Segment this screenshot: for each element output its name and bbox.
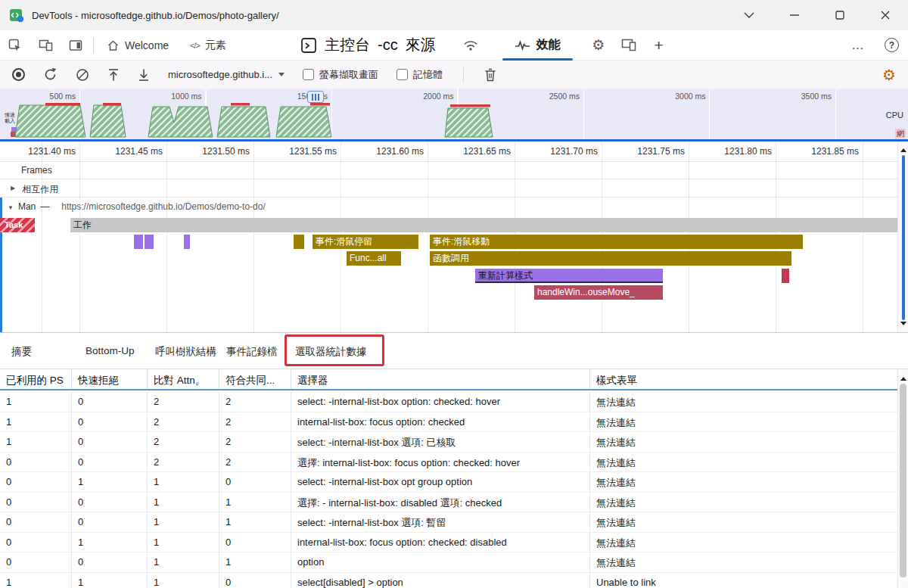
flame-bar-style-small[interactable] bbox=[134, 235, 143, 249]
col-elapsed[interactable]: 已利用的 PS bbox=[0, 369, 72, 389]
screenshots-checkbox[interactable] bbox=[303, 69, 314, 80]
maximize-button[interactable] bbox=[817, 0, 863, 30]
flame-bar-function-call[interactable]: 函數調用 bbox=[430, 251, 791, 266]
more-menu-button[interactable]: … bbox=[851, 38, 865, 53]
interactions-track[interactable]: ▶ 相互作用 bbox=[0, 179, 908, 198]
flame-bar-event-hover[interactable]: 事件:滑鼠停留 bbox=[313, 235, 418, 249]
highlight-annotation-box bbox=[285, 334, 384, 366]
window-menu-button[interactable] bbox=[726, 0, 772, 30]
table-row[interactable]: 1 0 2 2 select: -internal-list-box optio… bbox=[0, 392, 897, 412]
code-brackets-icon: </> bbox=[190, 41, 200, 50]
delete-recording-button[interactable] bbox=[484, 68, 496, 82]
cell-match-attempts: 1 bbox=[148, 493, 219, 512]
col-match-attempts[interactable]: 比對 Attn。 bbox=[148, 369, 219, 389]
clear-button[interactable] bbox=[76, 68, 89, 82]
reload-record-button[interactable] bbox=[43, 67, 58, 82]
col-match-count[interactable]: 符合共同... bbox=[219, 369, 291, 389]
expand-down-icon[interactable]: ▼ bbox=[8, 203, 14, 211]
tab-call-tree[interactable]: 呼叫樹狀結構 bbox=[155, 345, 216, 359]
flame-bar-event-move[interactable]: 事件:滑鼠移動 bbox=[430, 235, 803, 249]
device-emulation-button[interactable] bbox=[30, 30, 61, 61]
download-profile-button[interactable] bbox=[138, 68, 150, 82]
inspect-element-button[interactable] bbox=[0, 30, 30, 61]
tab-elements[interactable]: </> 元素 bbox=[179, 30, 237, 61]
cell-stylesheet: 無法連結 bbox=[590, 412, 897, 432]
frames-track-label: Frames bbox=[21, 165, 52, 176]
table-row[interactable]: 0 0 1 1 option 無法連結 bbox=[0, 552, 897, 573]
tab-summary[interactable]: 摘要 bbox=[11, 345, 32, 359]
cell-match-attempts: 1 bbox=[148, 573, 219, 588]
table-row[interactable]: 0 0 2 2 選擇: internal-list-box: focus opt… bbox=[0, 453, 897, 473]
upload-profile-button[interactable] bbox=[107, 68, 120, 82]
cell-elapsed: 0 bbox=[0, 493, 72, 512]
col-stylesheet[interactable]: 樣式表單 bbox=[590, 369, 897, 389]
new-tab-button[interactable]: + bbox=[644, 30, 674, 61]
stats-table-header[interactable]: 已利用的 PS 快速拒絕 比對 Attn。 符合共同... 選擇器 樣式表單 bbox=[0, 369, 897, 390]
memory-toggle[interactable]: 記憶體 bbox=[396, 68, 443, 82]
tab-sources-label[interactable]: 來源 bbox=[406, 35, 436, 55]
memory-checkbox[interactable] bbox=[396, 69, 408, 80]
flame-scrollbar[interactable] bbox=[897, 142, 908, 332]
device-toolbar-button[interactable] bbox=[614, 30, 644, 61]
table-row[interactable]: 1 1 1 0 select[disabled] > option Unable… bbox=[0, 573, 897, 588]
inspect-cursor-icon bbox=[8, 39, 22, 52]
minimize-button[interactable] bbox=[772, 0, 817, 30]
table-row[interactable]: 0 0 1 1 select: -internal-list-box 選項: 暫… bbox=[0, 512, 897, 533]
table-row[interactable]: 1 0 2 2 internal-list-box: focus option:… bbox=[0, 412, 897, 433]
screenshots-toggle[interactable]: 螢幕擷取畫面 bbox=[303, 68, 378, 82]
table-row[interactable]: 1 0 2 2 select: -internal-list-box 選項: 已… bbox=[0, 432, 897, 453]
cell-elapsed: 1 bbox=[0, 412, 72, 432]
tab-network-button[interactable] bbox=[456, 30, 486, 61]
scroll-down-icon[interactable] bbox=[900, 322, 906, 328]
flame-bar-function-call-short[interactable]: Func...all bbox=[347, 251, 401, 266]
capture-settings-button[interactable]: ⚙ bbox=[882, 67, 896, 82]
cell-fast-reject: 0 bbox=[72, 512, 148, 532]
cell-match-count: 2 bbox=[219, 412, 291, 432]
overview-range-handle[interactable] bbox=[307, 91, 324, 103]
flame-bar-style-small[interactable] bbox=[145, 235, 154, 249]
expand-right-icon[interactable]: ▶ bbox=[11, 183, 15, 197]
main-thread-track[interactable]: ▼ Man — https://microsoftedge.github.io/… bbox=[0, 198, 908, 332]
close-button[interactable] bbox=[863, 0, 908, 30]
tab-performance[interactable]: 效能 bbox=[498, 30, 577, 61]
ruler-time-label: 1231.50 ms bbox=[165, 146, 252, 161]
flame-bar-label: 事件:滑鼠停留 bbox=[316, 236, 372, 247]
timeline-overview[interactable]: 500 ms1000 ms1500 ms2000 ms2500 ms3000 m… bbox=[0, 89, 908, 139]
scrollbar-thumb[interactable] bbox=[900, 384, 906, 577]
flame-bar-handler[interactable]: handleWin...ouseMove_ bbox=[534, 285, 663, 300]
ruler-time-label: 1231.45 ms bbox=[78, 146, 165, 161]
table-row[interactable]: 0 1 1 0 select: -internal-list-box opt g… bbox=[0, 472, 897, 493]
profile-target-dropdown[interactable]: microsoftedge.github.i... bbox=[168, 69, 285, 80]
scroll-up-icon[interactable] bbox=[900, 145, 906, 152]
flame-bar-recalculate-style[interactable]: 重新計算樣式 bbox=[475, 269, 663, 283]
frames-track[interactable]: Frames bbox=[0, 162, 908, 179]
table-row[interactable]: 0 1 1 0 internal-list-box: focus option:… bbox=[0, 533, 897, 553]
scrollbar-thumb[interactable] bbox=[902, 155, 905, 320]
cell-elapsed: 1 bbox=[0, 432, 72, 452]
selector-stats-panel: 已利用的 PS 快速拒絕 比對 Attn。 符合共同... 選擇器 樣式表單 1… bbox=[0, 369, 908, 588]
flame-bar-event-tick[interactable] bbox=[294, 235, 304, 249]
help-button[interactable]: ? bbox=[885, 38, 899, 52]
cell-match-attempts: 1 bbox=[148, 552, 219, 572]
flame-chart-area: 1231.40 ms1231.45 ms1231.50 ms1231.55 ms… bbox=[0, 142, 908, 333]
col-fast-reject[interactable]: 快速拒絕 bbox=[72, 369, 148, 389]
tab-console-label[interactable]: 主控台 bbox=[325, 35, 370, 55]
col-selector[interactable]: 選擇器 bbox=[291, 369, 590, 389]
cell-elapsed: 0 bbox=[0, 533, 72, 552]
table-row[interactable]: 0 0 1 1 選擇: - internal-list-box: disable… bbox=[0, 493, 897, 513]
main-track-header[interactable]: ▼ Man — https://microsoftedge.github.io/… bbox=[2, 198, 908, 212]
table-scrollbar[interactable] bbox=[897, 369, 908, 588]
tab-welcome[interactable]: Welcome bbox=[96, 30, 179, 61]
flame-bar-style-tick[interactable] bbox=[184, 235, 190, 249]
details-tab-bar: 摘要 Bottom-Up 呼叫樹狀結構 事件記錄檔 選取器統計數據 bbox=[0, 333, 908, 369]
flame-bar-red-tick[interactable] bbox=[782, 269, 789, 283]
experiments-button[interactable]: ⚙ bbox=[583, 30, 614, 61]
record-button[interactable] bbox=[12, 68, 25, 81]
tab-event-log[interactable]: 事件記錄檔 bbox=[226, 345, 278, 359]
dock-side-button[interactable] bbox=[61, 30, 91, 61]
flame-bar-task[interactable]: 工作 bbox=[70, 218, 897, 232]
overview-time-label: 2000 ms bbox=[331, 92, 458, 101]
tab-bottom-up[interactable]: Bottom-Up bbox=[86, 345, 135, 356]
scroll-up-icon[interactable] bbox=[900, 374, 906, 381]
flame-bar-label: 重新計算樣式 bbox=[478, 270, 533, 281]
